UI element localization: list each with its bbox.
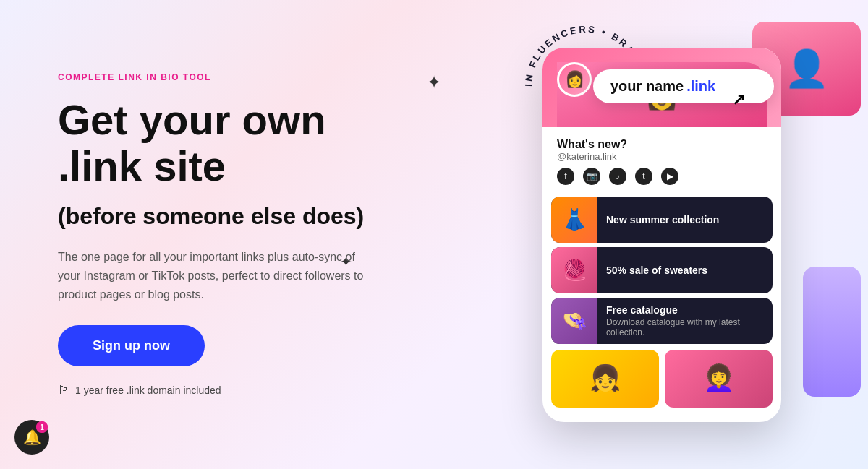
link-item-3-thumb: 👒 xyxy=(551,298,597,344)
facebook-icon: f xyxy=(557,168,574,185)
hero-subtitle: (before someone else does) xyxy=(58,203,434,230)
flag-icon: 🏳 xyxy=(58,384,69,397)
hero-title: Get your own .link site xyxy=(58,97,434,189)
link-item-2[interactable]: 🧶 50% sale of sweaters xyxy=(551,247,773,293)
hero-title-line1: Get your own xyxy=(58,97,434,143)
domain-note: 🏳 1 year free .link domain included xyxy=(58,384,434,397)
link-item-1[interactable]: 👗 New summer collection xyxy=(551,197,773,243)
social-icons: f 📷 ♪ t ▶ xyxy=(557,168,767,185)
bottom-cards: 👧 👩‍🦱 xyxy=(551,350,773,416)
instagram-icon: 📷 xyxy=(583,168,600,185)
left-section: COMPLETE LINK IN BIO TOOL Get your own .… xyxy=(0,29,477,440)
notification-badge: 1 xyxy=(36,421,48,433)
link-item-1-text: New summer collection xyxy=(606,214,773,225)
youtube-icon: ▶ xyxy=(661,168,678,185)
tiktok-icon: ♪ xyxy=(609,168,626,185)
link-item-3-text: Free catalogue Download catalogue with m… xyxy=(606,304,773,337)
accent-card-right-image xyxy=(803,267,861,397)
avatar: 👩 xyxy=(557,62,592,97)
signup-button[interactable]: Sign up now xyxy=(58,325,205,366)
bottom-card-yellow: 👧 xyxy=(551,350,659,408)
domain-note-text: 1 year free .link domain included xyxy=(75,384,221,396)
hero-description: The one page for all your important link… xyxy=(58,248,369,304)
accent-card-right xyxy=(803,267,861,397)
url-link-part: .link xyxy=(686,78,715,95)
link-item-1-thumb: 👗 xyxy=(551,197,597,243)
link-item-2-text: 50% sale of sweaters xyxy=(606,264,773,276)
profile-name: What's new? xyxy=(557,138,767,151)
cursor-icon: ↗ xyxy=(732,90,745,109)
bottom-card-pink: 👩‍🦱 xyxy=(665,350,773,408)
right-section: IN FLUENCERS • BRANDS • CREATORS • 👤 👩 👩… xyxy=(477,0,868,469)
profile-info: What's new? @katerina.link f 📷 ♪ t ▶ xyxy=(542,127,781,192)
bell-icon: 🔔 xyxy=(23,429,41,446)
twitter-icon: t xyxy=(635,168,652,185)
notification-bell[interactable]: 🔔 1 xyxy=(14,420,49,455)
link-item-2-thumb: 🧶 xyxy=(551,247,597,293)
link-item-3-subtitle: Download catalogue with my latest collec… xyxy=(606,317,773,337)
profile-handle: @katerina.link xyxy=(557,151,767,162)
phone-mockup: 👩 👩 your name .link ↗ What's new? @kater… xyxy=(542,48,781,422)
phone-header: 👩 👩 your name .link ↗ xyxy=(542,48,781,127)
link-item-3-title: Free catalogue xyxy=(606,304,773,316)
link-item-3[interactable]: 👒 Free catalogue Download catalogue with… xyxy=(551,298,773,344)
name-link-box: your name .link ↗ xyxy=(593,69,774,103)
hero-title-line2: .link site xyxy=(58,143,434,189)
badge-label: COMPLETE LINK IN BIO TOOL xyxy=(58,72,434,82)
url-name-part: your name xyxy=(610,78,684,95)
